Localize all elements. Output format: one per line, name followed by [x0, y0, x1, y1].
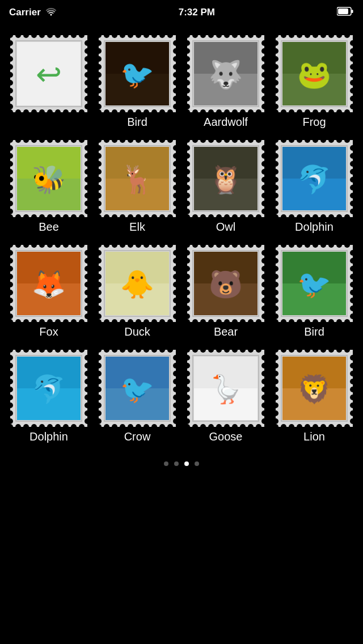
- stamp-container-elk: 🦌: [99, 140, 176, 217]
- stamp-container-crow: 🐦: [99, 350, 176, 427]
- battery-icon: [337, 7, 354, 19]
- stamp-container-bird1: 🐦: [99, 35, 176, 112]
- animal-label-bird2: Bird: [304, 325, 324, 338]
- stamp-container-dolphin1: 🐬: [276, 140, 353, 217]
- animal-label-bee: Bee: [39, 221, 59, 234]
- svg-text:🐦: 🐦: [297, 268, 331, 300]
- animal-item-bee[interactable]: 🐝 Bee: [5, 135, 93, 240]
- page-dot-4[interactable]: [195, 461, 199, 466]
- animal-item-crow[interactable]: 🐦 Crow: [93, 345, 182, 450]
- stamp-container-bird2: 🐦: [276, 245, 353, 322]
- stamp-container-back: ↩: [10, 35, 87, 112]
- svg-text:🐝: 🐝: [32, 163, 66, 196]
- svg-text:🐬: 🐬: [297, 163, 331, 196]
- animal-item-bird2[interactable]: 🐦 Bird: [270, 240, 358, 345]
- svg-text:↩: ↩: [36, 57, 62, 92]
- animal-label-crow: Crow: [124, 430, 151, 443]
- animal-label-elk: Elk: [129, 221, 145, 234]
- wifi-icon: [45, 7, 57, 19]
- svg-text:🐻: 🐻: [209, 268, 243, 300]
- animal-label-dolphin2: Dolphin: [29, 430, 68, 443]
- svg-text:🦉: 🦉: [209, 163, 243, 196]
- page-dot-1[interactable]: [164, 461, 168, 466]
- animal-item-aardwolf[interactable]: 🐺 Aardwolf: [182, 31, 270, 135]
- stamp-container-owl: 🦉: [187, 140, 264, 217]
- stamp-container-dolphin2: 🐬: [10, 350, 87, 427]
- animal-item-duck[interactable]: 🐥 Duck: [93, 240, 182, 345]
- animal-label-bird1: Bird: [127, 116, 147, 129]
- stamp-container-goose: 🪿: [187, 350, 264, 427]
- animal-item-back[interactable]: ↩: [5, 31, 93, 135]
- animal-label-duck: Duck: [124, 325, 150, 338]
- animal-item-fox[interactable]: 🦊 Fox: [5, 240, 93, 345]
- animal-item-dolphin1[interactable]: 🐬 Dolphin: [270, 135, 358, 240]
- animal-label-aardwolf: Aardwolf: [204, 116, 248, 129]
- svg-text:🐥: 🐥: [120, 268, 154, 300]
- animal-label-lion: Lion: [303, 430, 325, 443]
- stamp-container-bear: 🐻: [187, 245, 264, 322]
- animal-item-frog[interactable]: 🐸 Frog: [270, 31, 358, 135]
- status-right: [337, 7, 354, 19]
- carrier-label: Carrier: [9, 7, 41, 18]
- svg-text:🦁: 🦁: [297, 373, 331, 405]
- svg-text:🐦: 🐦: [120, 373, 154, 405]
- stamp-container-fox: 🦊: [10, 245, 87, 322]
- grid-container: ↩ 🐦: [0, 25, 363, 450]
- page-dots: [0, 450, 363, 475]
- stamp-container-aardwolf: 🐺: [187, 35, 264, 112]
- svg-text:🦊: 🦊: [32, 268, 66, 300]
- animal-item-elk[interactable]: 🦌 Elk: [93, 135, 182, 240]
- animal-item-goose[interactable]: 🪿 Goose: [182, 345, 270, 450]
- animal-label-goose: Goose: [209, 430, 243, 443]
- page-dot-2[interactable]: [174, 461, 179, 466]
- animal-item-bear[interactable]: 🐻 Bear: [182, 240, 270, 345]
- svg-rect-2: [338, 9, 348, 14]
- stamp-container-duck: 🐥: [99, 245, 176, 322]
- animal-label-frog: Frog: [302, 116, 326, 129]
- status-bar: Carrier 7:32 PM: [0, 0, 363, 25]
- svg-text:🐸: 🐸: [297, 58, 331, 91]
- animal-item-owl[interactable]: 🦉 Owl: [182, 135, 270, 240]
- svg-text:🐺: 🐺: [209, 58, 243, 91]
- animal-label-owl: Owl: [216, 221, 235, 234]
- svg-text:🐦: 🐦: [120, 58, 154, 91]
- svg-text:🐬: 🐬: [32, 373, 66, 405]
- animal-item-lion[interactable]: 🦁 Lion: [270, 345, 358, 450]
- animal-label-bear: Bear: [214, 325, 238, 338]
- animal-grid: ↩ 🐦: [5, 31, 358, 450]
- animal-label-dolphin1: Dolphin: [295, 221, 334, 234]
- status-left: Carrier: [9, 7, 57, 19]
- svg-text:🦌: 🦌: [120, 163, 154, 196]
- svg-text:🪿: 🪿: [209, 373, 243, 405]
- stamp-container-bee: 🐝: [10, 140, 87, 217]
- animal-item-bird1[interactable]: 🐦 Bird: [93, 31, 182, 135]
- stamp-container-frog: 🐸: [276, 35, 353, 112]
- animal-item-dolphin2[interactable]: 🐬 Dolphin: [5, 345, 93, 450]
- page-dot-3[interactable]: [184, 461, 189, 466]
- animal-label-fox: Fox: [39, 325, 58, 338]
- stamp-container-lion: 🦁: [276, 350, 353, 427]
- svg-rect-1: [351, 10, 353, 13]
- time-label: 7:32 PM: [179, 7, 215, 18]
